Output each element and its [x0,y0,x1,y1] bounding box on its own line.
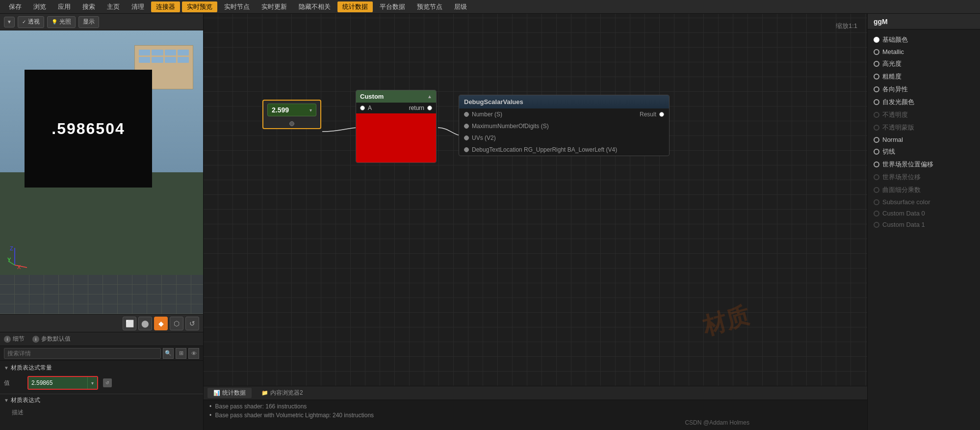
mat-prop-anisotropy[interactable]: 各向异性 [871,83,977,96]
center-area: 缩放1:1 2.599 ▾ [204,14,867,430]
value-node[interactable]: 2.599 ▾ [262,100,321,129]
radio-emissive[interactable] [874,99,879,105]
material-expr-section: ▼ 材质表达式 描述 [0,394,203,420]
debug-uvs-pin [464,135,469,140]
menu-realtime-update[interactable]: 实时更新 [257,1,292,12]
eye-btn[interactable]: 👁 [188,348,199,359]
prop-value-dropdown[interactable]: ▾ [87,377,97,389]
perspective-icon: ✓ [22,19,26,25]
radio-custom0[interactable] [874,211,879,216]
bottom-tabs: 📊 统计数据 📁 内容浏览器2 [204,386,867,400]
menu-clean[interactable]: 清理 [127,1,149,12]
radio-metallic[interactable] [874,49,879,55]
label-custom0: Custom Data 0 [882,210,925,217]
menu-hide-unrelated[interactable]: 隐藏不相关 [294,1,335,12]
mat-prop-opacity[interactable]: 不透明度 [871,108,977,121]
viewport-dropdown[interactable]: ▼ [4,17,15,27]
label-subsurface: Subsurface color [882,198,930,206]
details-tabs: i 细节 i 参数默认值 [0,332,203,346]
browser-icon: 📁 [261,390,268,396]
value-node-bg: 2.599 ▾ [267,104,316,116]
tab-details[interactable]: i 细节 [4,335,25,343]
viewport-icon-btn-3[interactable]: ◆ [154,317,168,330]
radio-world-displacement[interactable] [874,174,879,180]
label-tangent: 切线 [882,147,895,156]
mat-prop-roughness[interactable]: 粗糙度 [871,70,977,83]
radio-roughness[interactable] [874,74,879,80]
defaults-info-icon: i [32,336,39,343]
mat-prop-custom0[interactable]: Custom Data 0 [871,208,977,219]
viewport-icon-btn-1[interactable]: ⬜ [123,317,136,330]
mat-prop-subsurface[interactable]: Subsurface color [871,196,977,208]
menu-browse[interactable]: 浏览 [28,1,51,12]
radio-normal[interactable] [874,137,879,143]
menu-platform-data[interactable]: 平台数据 [375,1,410,12]
mat-prop-specular[interactable]: 高光度 [871,57,977,70]
mat-prop-tess[interactable]: 曲面细分乘数 [871,184,977,196]
radio-opacity-mask[interactable] [874,125,879,131]
value-node-value: 2.599 [272,106,289,114]
description-label: 描述 [4,407,199,418]
label-normal: Normal [882,136,903,143]
viewport-icon-btn-2[interactable]: ⬤ [138,317,152,330]
menu-search[interactable]: 搜索 [77,1,100,12]
material-expr-constants-section: ▼ 材质表达式常量 值 ▾ ↺ [0,361,203,394]
search-icon-btn[interactable]: 🔍 [163,348,174,359]
radio-base-color[interactable] [874,37,879,43]
custom-node[interactable]: Custom ▲ A return [356,90,437,163]
menu-save[interactable]: 保存 [4,1,26,12]
mat-prop-tangent[interactable]: 切线 [871,145,977,158]
tab-defaults[interactable]: i 参数默认值 [32,335,71,343]
radio-opacity[interactable] [874,112,879,118]
stats-icon: 📊 [213,390,220,396]
radio-subsurface[interactable] [874,199,879,205]
prop-value-field[interactable] [28,377,87,389]
mat-prop-metallic[interactable]: Metallic [871,46,977,57]
viewport-icon-btn-5[interactable]: ↺ [185,317,199,330]
mat-prop-world-displacement[interactable]: 世界场景位移 [871,171,977,184]
menu-home[interactable]: 主页 [102,1,125,12]
zoom-indicator: 缩放1:1 [836,22,857,30]
mat-prop-normal[interactable]: Normal [871,134,977,145]
radio-world-offset[interactable] [874,161,879,167]
search-details-input[interactable] [4,348,161,359]
radio-specular[interactable] [874,61,879,67]
mat-prop-opacity-mask[interactable]: 不透明蒙版 [871,121,977,134]
viewport-3d: .5986504 Z X Y [0,30,203,314]
menu-preview-node[interactable]: 预览节点 [412,1,447,12]
radio-anisotropy[interactable] [874,86,879,92]
mat-prop-world-offset[interactable]: 世界场景位置偏移 [871,158,977,171]
custom-return-label: return [409,105,424,111]
debug-pin-uvs: UVs (V2) [459,132,669,144]
debug-node-header: DebugScalarValues [459,95,669,108]
mat-prop-emissive[interactable]: 自发光颜色 [871,96,977,108]
menu-realtime-preview[interactable]: 实时预览 [182,1,217,12]
debug-node[interactable]: DebugScalarValues Number (S) Result [459,95,670,156]
main-layout: ▼ ✓ 透视 💡 光照 显示 [0,14,980,430]
viewport-icon-btn-4[interactable]: ⬡ [170,317,183,330]
tab-content-browser[interactable]: 📁 内容浏览器2 [256,388,309,398]
mat-prop-base-color[interactable]: 基础颜色 [871,33,977,46]
menu-stats[interactable]: 统计数据 [337,1,373,12]
details-info-icon: i [4,336,11,343]
prop-reset-btn[interactable]: ↺ [103,378,112,387]
menu-connector[interactable]: 连接器 [151,1,180,12]
radio-custom1[interactable] [874,222,879,228]
debug-number-label: Number (S) [472,111,502,118]
menu-apply[interactable]: 应用 [53,1,76,12]
radio-tangent[interactable] [874,149,879,155]
custom-node-expand-btn[interactable]: ▲ [427,94,432,99]
grid-view-btn[interactable]: ⊞ [176,348,186,359]
mat-prop-custom1[interactable]: Custom Data 1 [871,219,977,230]
display-button[interactable]: 显示 [78,16,99,28]
menu-hierarchy[interactable]: 层级 [449,1,472,12]
node-graph[interactable]: 缩放1:1 2.599 ▾ [204,14,867,386]
menu-realtime-node[interactable]: 实时节点 [219,1,255,12]
bottom-content: • Base pass shader: 166 instructions • B… [204,400,867,422]
custom-node-title: Custom [360,93,384,100]
tab-stats[interactable]: 📊 统计数据 [207,388,252,398]
radio-tess[interactable] [874,187,879,193]
window [152,57,163,63]
lighting-button[interactable]: 💡 光照 [47,16,76,28]
perspective-button[interactable]: ✓ 透视 [18,16,44,28]
